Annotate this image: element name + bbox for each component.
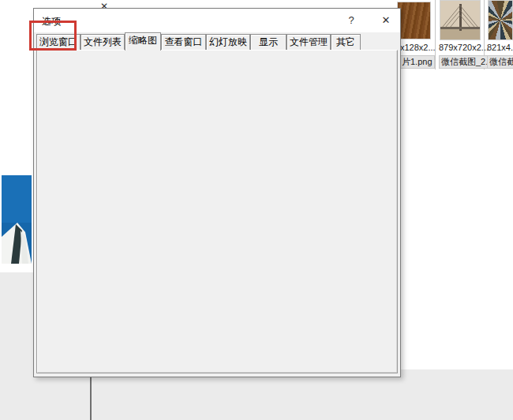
tab-view-window[interactable]: 查看窗口 [161, 34, 206, 50]
options-dialog: 选项 ? ✕ 浏览窗口 文件列表 缩略图 查看窗口 幻灯放映 显示 文件管理 其… [33, 8, 401, 377]
annotation-highlight-box [29, 21, 77, 51]
thumbnail-name-label[interactable]: 片1.png [399, 55, 435, 69]
bridge-image [440, 1, 480, 39]
tab-file-list[interactable]: 文件列表 [81, 34, 125, 50]
thumbnail-separator [435, 0, 436, 69]
background-bottom-panel [0, 377, 513, 420]
dialog-titlebar: 选项 ? ✕ [34, 9, 400, 32]
tab-slideshow[interactable]: 幻灯放映 [206, 34, 250, 50]
collage-thumbnail-image[interactable] [488, 0, 513, 40]
thumbnail-name-label[interactable]: 微信截... [487, 55, 513, 69]
tab-other[interactable]: 其它 [331, 34, 361, 50]
tab-thumbnail[interactable]: 缩略图 [125, 32, 161, 51]
background-portrait-thumbnail[interactable] [2, 175, 32, 264]
background-splitter-line [90, 377, 92, 420]
thumbnail-size-label: x128x2... [400, 43, 436, 52]
bridge-thumbnail-image[interactable] [440, 0, 481, 40]
tab-file-manage[interactable]: 文件管理 [286, 34, 331, 50]
thumbnail-size-label: 879x720x2... [439, 43, 489, 52]
close-icon[interactable]: ✕ [378, 13, 394, 28]
portrait-image [2, 175, 32, 264]
tab-page [36, 50, 398, 373]
leather-thumbnail-image[interactable] [397, 2, 431, 39]
help-icon[interactable]: ? [343, 13, 359, 28]
tab-display[interactable]: 显示 [250, 34, 286, 50]
thumbnail-size-label: 821x4... [487, 43, 513, 52]
